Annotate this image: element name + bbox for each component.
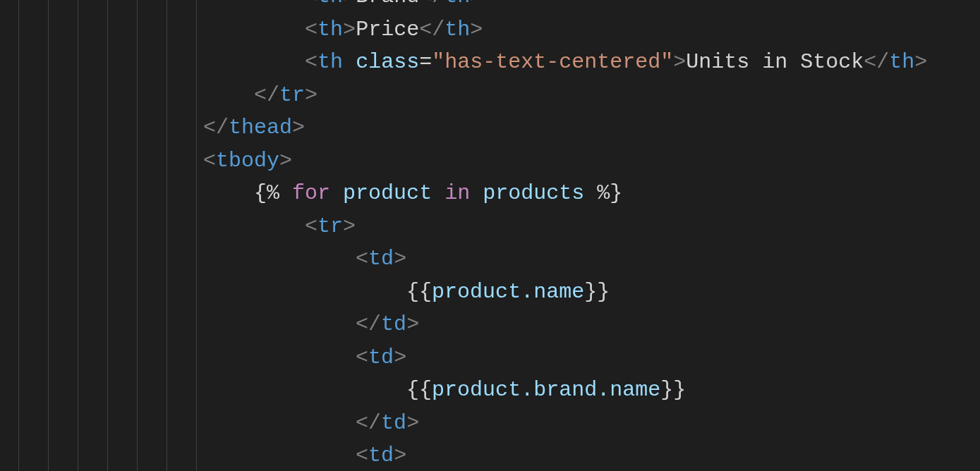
code-line[interactable]: <th>Brand</th> [0, 0, 980, 13]
code-token: < [305, 0, 317, 8]
code-token: products [483, 181, 584, 205]
code-token: > [914, 50, 927, 74]
code-token: > [279, 149, 292, 173]
code-token: > [470, 0, 483, 8]
code-token: < [356, 247, 368, 271]
code-line[interactable]: </td> [0, 308, 980, 341]
code-token: > [343, 0, 356, 8]
code-token: }} [660, 378, 686, 402]
code-token: tr [279, 83, 305, 107]
code-token: {% [254, 181, 292, 205]
code-token: </ [254, 83, 279, 107]
code-token: th [317, 18, 343, 42]
code-token: class [356, 50, 419, 74]
code-editor[interactable]: <th>Brand</th> <th>Price</th> <th class=… [0, 0, 980, 471]
code-line[interactable]: {{product.name}} [0, 276, 980, 309]
code-line[interactable]: <td> [0, 439, 980, 471]
code-token: product.name [432, 280, 584, 304]
code-token: td [368, 247, 394, 271]
code-token: > [305, 83, 317, 107]
code-token [330, 181, 343, 205]
code-token: < [305, 214, 317, 238]
code-token: > [394, 345, 406, 369]
code-token: Price [356, 18, 419, 42]
code-token: for [292, 181, 330, 205]
code-token: < [356, 444, 368, 467]
code-token: </ [419, 18, 444, 42]
code-token: th [889, 50, 914, 74]
code-token: tr [317, 214, 343, 238]
code-token: </ [356, 411, 381, 435]
code-token: {{ [406, 378, 432, 402]
code-token: %} [584, 181, 622, 205]
code-line[interactable]: <th class="has-text-centered">Units in S… [0, 46, 980, 79]
code-token: > [292, 116, 305, 140]
code-lines-container: <th>Brand</th> <th>Price</th> <th class=… [0, 0, 980, 471]
code-line[interactable]: </td> [0, 407, 980, 440]
code-line[interactable]: {{product.brand.name}} [0, 374, 980, 407]
code-token: > [673, 50, 686, 74]
code-token: th [444, 18, 470, 42]
code-token: product [343, 181, 432, 205]
code-line[interactable]: <tr> [0, 210, 980, 243]
code-token: </ [203, 116, 229, 140]
code-token [470, 181, 483, 205]
code-token: thead [229, 116, 292, 140]
code-token: > [406, 312, 419, 336]
code-token: > [343, 214, 356, 238]
code-token: in [444, 181, 470, 205]
code-token: td [368, 345, 394, 369]
code-token: </ [864, 50, 889, 74]
code-token: = [419, 50, 432, 74]
code-token: Brand [356, 0, 419, 8]
code-token: > [394, 247, 406, 271]
code-line[interactable]: </tr> [0, 79, 980, 112]
code-line[interactable]: <th>Price</th> [0, 13, 980, 47]
code-token: </ [356, 312, 381, 336]
code-token: "has-text-centered" [432, 50, 673, 74]
code-token [432, 181, 444, 205]
code-token: < [356, 345, 368, 369]
code-token: {{ [406, 280, 432, 304]
code-token: Units in Stock [686, 50, 864, 74]
code-token: th [317, 50, 343, 74]
code-token: > [343, 18, 356, 42]
code-line[interactable]: {% for product in products %} [0, 177, 980, 210]
code-token: > [394, 444, 406, 467]
code-line[interactable]: <td> [0, 243, 980, 276]
code-line[interactable]: </thead> [0, 111, 980, 145]
code-token: td [381, 411, 406, 435]
code-token [343, 50, 356, 74]
code-token: }} [584, 280, 610, 304]
code-token: th [444, 0, 470, 8]
code-token: > [470, 18, 483, 42]
code-token: td [381, 312, 406, 336]
code-token: < [203, 149, 216, 173]
code-token: > [406, 411, 419, 435]
code-token: < [305, 50, 317, 74]
code-token: </ [419, 0, 444, 8]
code-token: td [368, 444, 394, 467]
code-token: th [317, 0, 343, 8]
code-token: product.brand.name [432, 378, 660, 402]
code-line[interactable]: <tbody> [0, 145, 980, 178]
code-token: tbody [216, 149, 279, 173]
code-token: < [305, 18, 317, 42]
code-line[interactable]: <td> [0, 341, 980, 374]
